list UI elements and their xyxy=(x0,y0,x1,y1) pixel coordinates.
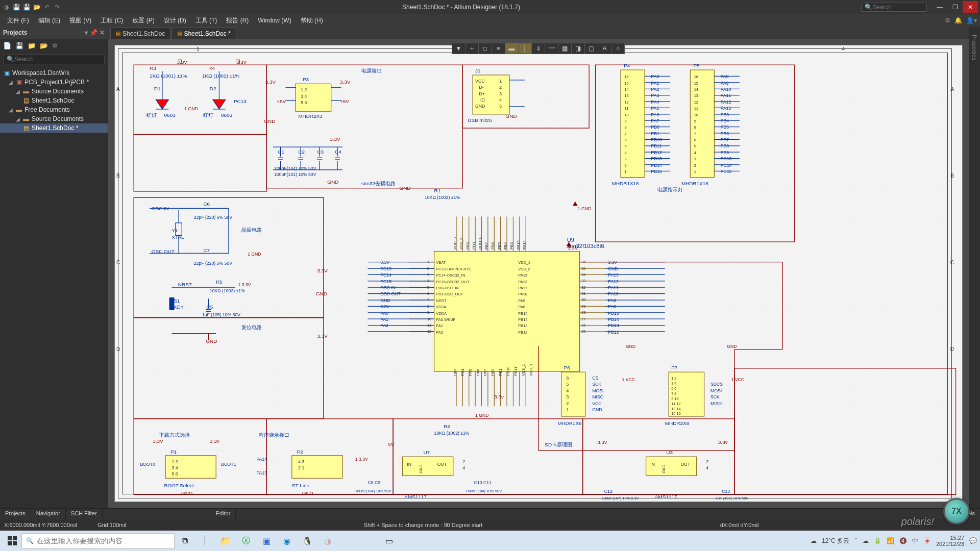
panel-search-input[interactable] xyxy=(14,56,101,63)
tree-workspace[interactable]: ▣Workspace1.DsnWrk xyxy=(0,68,108,78)
svg-rect-495 xyxy=(13,536,17,540)
tab-1[interactable]: ▤Sheet1.SchDoc xyxy=(110,28,170,39)
st-comp[interactable]: ▢ xyxy=(585,43,598,54)
st-net[interactable]: ▬ xyxy=(505,43,519,54)
tree-source-docs-1[interactable]: ◢▬Source Documents xyxy=(0,87,108,96)
tab-2[interactable]: ▤Sheet1.SchDoc * xyxy=(172,28,236,39)
task-view-icon[interactable]: ⧉ xyxy=(175,532,195,550)
tb-save-icon[interactable]: 💾 xyxy=(15,42,23,49)
app-icon: ◑ xyxy=(2,3,10,11)
tree-doc-2[interactable]: ▤Sheet1.SchDoc * xyxy=(0,123,108,133)
menu-report[interactable]: 报告 (R) xyxy=(222,15,253,26)
clock[interactable]: 15:27 2021/12/23 xyxy=(936,535,964,547)
schdoc-icon: ▤ xyxy=(22,124,30,132)
lower-tab-editor[interactable]: Editor xyxy=(211,509,236,519)
st-circle[interactable]: ○ xyxy=(611,43,625,54)
lower-tab-projects[interactable]: Projects xyxy=(0,509,31,519)
task-divider: │ xyxy=(195,532,215,550)
tree-free-docs[interactable]: ◢▬Free Documents xyxy=(0,105,108,114)
folder-icon: ▬ xyxy=(15,106,22,113)
xbox-icon[interactable]: ⓧ xyxy=(236,532,256,550)
st-harness[interactable]: 〰 xyxy=(545,43,558,54)
menu-design[interactable]: 设计 (D) xyxy=(160,15,190,26)
st-power[interactable]: ⇓ xyxy=(532,43,545,54)
altium-icon[interactable]: ◑ xyxy=(317,532,338,550)
menu-right-icons: ⚙ 🔔 👤▾ xyxy=(945,17,977,24)
open-icon[interactable]: 📂 xyxy=(33,3,41,11)
menu-window[interactable]: Window (W) xyxy=(254,16,295,25)
close-button[interactable]: ✕ xyxy=(963,1,978,13)
panel-pin-icon[interactable]: 📌 xyxy=(90,29,97,36)
onedrive-icon[interactable]: ☁ xyxy=(863,537,869,544)
tb-new-icon[interactable]: 📄 xyxy=(3,42,11,49)
weather-text[interactable]: 12°C 多云 xyxy=(822,537,849,545)
ime-icon[interactable]: 🀄 xyxy=(923,537,931,544)
properties-tab[interactable]: Properties xyxy=(971,32,977,63)
weather-icon[interactable]: ☁ xyxy=(811,537,817,544)
folder-icon: ▬ xyxy=(22,115,30,122)
edge-icon[interactable]: ◉ xyxy=(277,532,297,550)
menu-tools[interactable]: 工具 (T) xyxy=(191,15,222,26)
project-icon: ▣ xyxy=(15,79,22,86)
taskbar-search-input[interactable] xyxy=(37,537,170,545)
st-place[interactable]: + xyxy=(465,43,479,54)
menu-project[interactable]: 工程 (C) xyxy=(96,15,127,26)
maximize-button[interactable]: ❐ xyxy=(947,1,963,13)
tree-doc-1[interactable]: ▤Sheet1.SchDoc xyxy=(0,96,108,105)
qq-icon[interactable]: 🐧 xyxy=(297,532,317,550)
undo-icon[interactable]: ↶ xyxy=(43,3,51,11)
tb-refresh-icon[interactable]: ✲ xyxy=(52,42,58,49)
save-icon[interactable]: 💾 xyxy=(12,3,20,11)
user-icon[interactable]: 👤▾ xyxy=(966,17,977,24)
schdoc-icon: ▤ xyxy=(177,31,182,36)
tree-project[interactable]: ◢▣PCB_Project1.PrjPCB * xyxy=(0,78,108,87)
tray-more-icon[interactable]: ˄ xyxy=(854,537,857,544)
svg-rect-494 xyxy=(8,536,12,540)
menu-help[interactable]: 帮助 (H) xyxy=(297,15,327,26)
svg-rect-496 xyxy=(8,541,12,545)
bell-icon[interactable]: 🔔 xyxy=(954,17,962,24)
st-sheet[interactable]: ▦ xyxy=(558,43,572,54)
notifications-icon[interactable]: 💬 xyxy=(969,537,977,544)
menu-file[interactable]: 文件 (F) xyxy=(3,15,33,26)
minimize-button[interactable]: — xyxy=(932,1,947,13)
redo-icon[interactable]: ↷ xyxy=(53,3,61,11)
app-icon-1[interactable]: ▣ xyxy=(256,532,277,550)
lower-tab-navigator[interactable]: Navigator xyxy=(31,509,66,519)
start-button[interactable] xyxy=(3,532,21,550)
menu-view[interactable]: 视图 (V) xyxy=(65,15,95,26)
tb-open-icon[interactable]: 📂 xyxy=(40,42,48,49)
panel-menu-icon[interactable]: ▾ xyxy=(85,29,88,36)
global-search[interactable]: 🔍 xyxy=(861,3,927,12)
lower-tab-sch-filter[interactable]: SCH Filter xyxy=(66,509,103,519)
st-port[interactable]: ◨ xyxy=(572,43,585,54)
schdoc-icon: ▤ xyxy=(22,97,30,104)
st-wire[interactable]: │ xyxy=(519,43,532,54)
battery-icon[interactable]: 🔋 xyxy=(874,537,881,544)
tree-source-docs-2[interactable]: ◢▬Source Documents xyxy=(0,114,108,123)
projects-panel: Projects ▾ 📌 ✕ 📄 💾 📁 📂 ✲ 🔍 ▣Workspace1.D… xyxy=(0,27,108,508)
schematic-sheet[interactable]: 1 4 A B C D A B C D xyxy=(114,45,963,502)
focus-icon[interactable]: ▭ xyxy=(379,532,399,550)
search-input[interactable] xyxy=(872,4,923,11)
panel-close-icon[interactable]: ✕ xyxy=(100,29,105,36)
project-tree[interactable]: ▣Workspace1.DsnWrk ◢▣PCB_Project1.PrjPCB… xyxy=(0,66,108,508)
st-bus[interactable]: ≡ xyxy=(492,43,505,54)
menu-place[interactable]: 放置 (P) xyxy=(128,15,158,26)
panel-search[interactable]: 🔍 xyxy=(3,54,105,64)
taskbar-search[interactable]: 🔍 xyxy=(21,533,175,548)
search-icon: 🔍 xyxy=(26,537,34,544)
ime-indicator[interactable]: 中 xyxy=(912,537,918,545)
search-icon: 🔍 xyxy=(865,4,872,11)
status-coord: X:6000.000mil Y:7600.000mil xyxy=(4,522,77,528)
volume-icon[interactable]: 🔇 xyxy=(899,537,907,544)
wifi-icon[interactable]: 📶 xyxy=(887,537,894,544)
file-explorer-icon[interactable]: 📁 xyxy=(215,532,236,550)
st-text[interactable]: A xyxy=(598,43,611,54)
gear-icon[interactable]: ⚙ xyxy=(945,17,950,24)
save-all-icon[interactable]: 💾 xyxy=(22,3,31,11)
st-rect[interactable]: □ xyxy=(479,43,492,54)
tb-compile-icon[interactable]: 📁 xyxy=(28,42,36,49)
st-filter[interactable]: ▼ xyxy=(452,43,465,54)
menu-edit[interactable]: 编辑 (E) xyxy=(34,15,64,26)
